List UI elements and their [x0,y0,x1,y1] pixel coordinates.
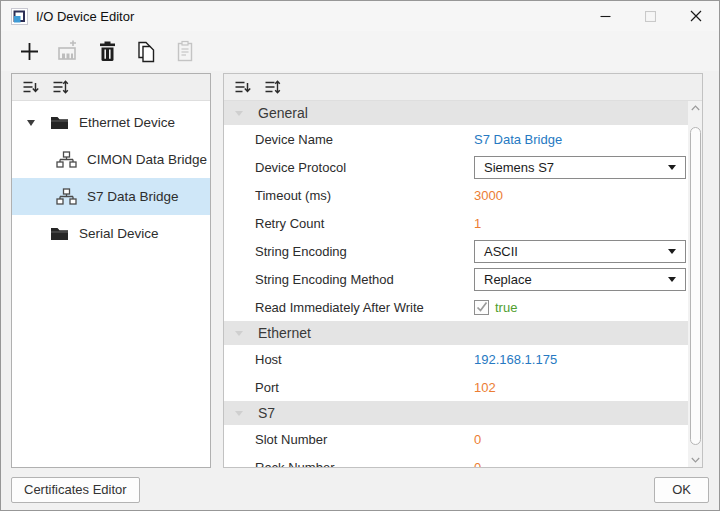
scrollbar-up-button[interactable] [688,101,702,115]
paste-icon [175,40,195,63]
chevron-down-icon [668,165,676,170]
io-device-editor-window: I/O Device Editor [0,0,720,511]
chevron-down-icon [235,331,243,336]
property-row-timeout: Timeout (ms) 3000 [224,181,688,209]
device-tree-panel: Ethernet Device CIMON Data Bridge [11,73,211,468]
footer-bar: Certificates Editor OK [1,469,719,510]
close-button[interactable] [673,1,718,31]
minimize-button[interactable] [583,1,628,31]
timeout-value[interactable]: 3000 [474,188,503,203]
app-icon [11,8,28,25]
scrollbar-track[interactable] [688,115,702,453]
folder-icon [50,226,69,241]
tree-item-label: Serial Device [79,226,159,241]
property-row-device-protocol: Device Protocol Siemens S7 [224,153,688,181]
property-row-rack-number: Rack Number 0 [224,453,688,467]
slot-number-value[interactable]: 0 [474,432,481,447]
add-button[interactable] [16,38,42,64]
copy-icon [135,40,157,63]
chevron-down-icon [235,111,243,116]
close-icon [690,10,702,22]
collapse-all-button[interactable] [233,78,251,96]
tree-item-label: Ethernet Device [79,115,175,130]
sitemap-icon [56,151,77,168]
chevron-down-icon [235,411,243,416]
property-row-port: Port 102 [224,373,688,401]
collapse-all-button[interactable] [21,78,39,96]
property-row-slot-number: Slot Number 0 [224,425,688,453]
check-icon [476,301,488,313]
port-value[interactable]: 102 [474,380,496,395]
scrollbar-down-button[interactable] [688,453,702,467]
tree-item-cimon-data-bridge[interactable]: CIMON Data Bridge [12,141,210,178]
string-encoding-method-dropdown[interactable]: Replace [474,268,686,291]
collapse-all-icon [22,79,39,95]
section-title: Ethernet [258,325,311,341]
device-protocol-dropdown[interactable]: Siemens S7 [474,156,686,179]
add-sub-device-button[interactable] [55,38,81,64]
property-toolbar [224,74,702,101]
property-row-read-immediately: Read Immediately After Write true [224,293,688,321]
property-row-string-encoding: String Encoding ASCII [224,237,688,265]
property-row-string-encoding-method: String Encoding Method Replace [224,265,688,293]
ok-button[interactable]: OK [654,477,709,503]
section-header-general[interactable]: General [224,101,688,125]
read-immediately-value: true [495,300,517,315]
section-title: S7 [258,405,275,421]
expand-all-icon [52,79,69,95]
section-header-s7[interactable]: S7 [224,401,688,425]
tree-toolbar [12,74,210,101]
main-toolbar [1,31,719,71]
chevron-down-icon [668,249,676,254]
tree-item-serial-device[interactable]: Serial Device [12,215,210,252]
rack-number-value[interactable]: 0 [474,460,481,468]
tree-item-ethernet-device[interactable]: Ethernet Device [12,104,210,141]
tree-item-label: CIMON Data Bridge [87,152,207,167]
retry-count-value[interactable]: 1 [474,216,481,231]
folder-icon [50,115,69,130]
expand-all-icon [264,79,281,95]
minimize-icon [600,11,611,22]
title-bar: I/O Device Editor [1,1,719,31]
device-name-value[interactable]: S7 Data Bridge [474,132,562,147]
sitemap-icon [56,188,77,205]
window-controls [583,1,718,31]
string-encoding-dropdown[interactable]: ASCII [474,240,686,263]
property-grid-body: General Device Name S7 Data Bridge Devic… [224,101,702,467]
expand-all-button[interactable] [51,78,69,96]
trash-icon [97,40,118,63]
maximize-button[interactable] [628,1,673,31]
tree-item-s7-data-bridge[interactable]: S7 Data Bridge [12,178,210,215]
read-immediately-checkbox[interactable] [474,300,489,315]
chevron-up-icon [691,105,700,111]
chevron-down-icon [691,457,700,463]
certificates-editor-button[interactable]: Certificates Editor [11,477,140,503]
device-add-icon [56,40,81,63]
vertical-scrollbar[interactable] [688,101,702,467]
window-title: I/O Device Editor [36,9,134,24]
host-value[interactable]: 192.168.1.175 [474,352,557,367]
paste-button[interactable] [172,38,198,64]
maximize-icon [645,11,656,22]
property-row-host: Host 192.168.1.175 [224,345,688,373]
tree-item-label: S7 Data Bridge [87,189,179,204]
delete-button[interactable] [94,38,120,64]
device-tree: Ethernet Device CIMON Data Bridge [12,101,210,252]
property-row-retry-count: Retry Count 1 [224,209,688,237]
property-row-device-name: Device Name S7 Data Bridge [224,125,688,153]
section-header-ethernet[interactable]: Ethernet [224,321,688,345]
chevron-down-icon[interactable] [27,120,50,126]
plus-icon [18,40,41,63]
property-grid: General Device Name S7 Data Bridge Devic… [224,101,688,467]
section-title: General [258,105,308,121]
chevron-down-icon [668,277,676,282]
property-panel: General Device Name S7 Data Bridge Devic… [223,73,703,468]
scrollbar-thumb[interactable] [690,127,701,445]
collapse-all-icon [234,79,251,95]
expand-all-button[interactable] [263,78,281,96]
copy-button[interactable] [133,38,159,64]
